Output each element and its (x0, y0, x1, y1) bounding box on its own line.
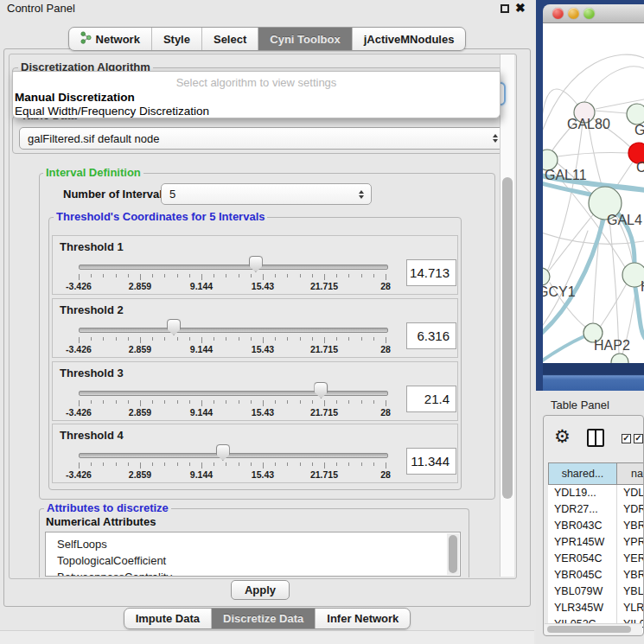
tick-mark (373, 337, 374, 341)
zoom-traffic-light-icon[interactable] (583, 8, 595, 19)
list-item[interactable]: BetweennessCentrality (46, 569, 460, 577)
network-node-ga[interactable] (627, 104, 644, 124)
bottom-tab-impute-data[interactable]: Impute Data (124, 609, 212, 628)
network-edge (601, 284, 627, 326)
table-row[interactable]: YDL19...YDL1 (548, 485, 644, 501)
tick-mark (287, 462, 288, 466)
network-canvas[interactable]: GAL80GACGAL11GAL4GCY1HHAP2 (543, 23, 644, 363)
tick-mark (312, 400, 313, 404)
tick-mark (177, 400, 178, 404)
gear-icon[interactable]: ⚙ (554, 427, 571, 445)
num-intervals-label: Number of Intervals (63, 188, 169, 201)
scale-label: 15.43 (237, 281, 289, 291)
column-header-shared-name[interactable]: shared... (548, 462, 617, 485)
list-item[interactable]: SelfLoops (46, 536, 460, 552)
scrollbar-thumb[interactable] (502, 177, 513, 499)
cell-name: YDR2 (617, 501, 644, 518)
cell-shared-name: YBR043C (548, 518, 617, 534)
threshold-value-field[interactable]: 21.4 (406, 386, 456, 412)
tick-mark (373, 274, 374, 277)
slider-thumb[interactable] (249, 256, 263, 272)
tick-mark (239, 274, 239, 277)
table-row[interactable]: YBR045CYBR0 (548, 567, 644, 583)
tick-mark (324, 274, 325, 280)
tick-mark (386, 400, 386, 406)
tick-mark (251, 462, 252, 466)
close-icon[interactable]: ✖ (515, 1, 526, 15)
table-row[interactable]: YBR043CYBR0 (548, 518, 644, 534)
bottom-tab-infer-network[interactable]: Infer Network (316, 609, 410, 628)
tick-mark (189, 462, 190, 466)
cell-shared-name: YDR27... (548, 501, 617, 518)
slider-track[interactable] (79, 391, 388, 396)
table-row[interactable]: YER054CYER0 (548, 551, 644, 567)
apply-button[interactable]: Apply (231, 580, 290, 600)
slider-track[interactable] (79, 453, 388, 458)
tick-mark (361, 462, 362, 466)
tick-mark (348, 462, 349, 466)
bottom-tab-discretize-data[interactable]: Discretize Data (212, 609, 316, 628)
close-traffic-light-icon[interactable] (552, 8, 564, 19)
network-edge (543, 336, 584, 361)
threshold-value-field[interactable]: 6.316 (406, 322, 456, 349)
tick-mark (312, 274, 313, 277)
slider-track[interactable] (79, 265, 388, 270)
table-row[interactable]: YPR145WYPR1 (548, 534, 644, 551)
tick-mark (275, 400, 276, 404)
tick-mark (91, 462, 92, 466)
tab-cyni-toolbox[interactable]: Cyni Toolbox (258, 28, 352, 50)
slider-thumb[interactable] (314, 382, 328, 399)
network-window-bottom-frame (543, 363, 644, 391)
table-row[interactable]: YDR27...YDR2 (548, 501, 644, 518)
minimize-traffic-light-icon[interactable] (568, 8, 579, 19)
slider-track[interactable] (79, 328, 388, 333)
panel-vertical-scrollbar[interactable] (500, 54, 514, 577)
tick-mark (251, 337, 252, 341)
tick-mark (226, 400, 226, 404)
column-header-name[interactable]: na (617, 462, 644, 485)
table-row[interactable]: YLR345WYLR3 (548, 600, 644, 616)
tick-mark (226, 274, 226, 277)
tick-mark (201, 462, 202, 469)
tick-mark (263, 274, 264, 280)
threshold-value-field[interactable]: 14.713 (406, 259, 456, 286)
dropdown-prompt[interactable]: Select algorithm to view settings (13, 72, 500, 89)
network-window-titlebar[interactable] (543, 4, 644, 23)
table-row[interactable]: YBL079WYBL0 (548, 583, 644, 600)
checked-box-icon[interactable]: ✓ (634, 434, 643, 443)
dropdown-option-manual[interactable]: Manual Discretization (13, 91, 500, 104)
threshold-value-field[interactable]: 11.344 (406, 448, 456, 475)
node-label: GAL80 (567, 117, 610, 131)
num-intervals-combobox[interactable]: 5 (161, 183, 372, 205)
network-node[interactable] (611, 354, 628, 363)
network-edge (595, 111, 627, 113)
slider-thumb[interactable] (216, 444, 230, 461)
tick-mark (348, 337, 349, 341)
list-item[interactable]: TopologicalCoefficient (46, 552, 460, 569)
numerical-attributes-list[interactable]: SelfLoopsTopologicalCoefficientBetweenne… (45, 532, 461, 577)
cell-name: YBR0 (617, 567, 644, 583)
table-data-combobox[interactable]: galFiltered.sif default node (19, 127, 506, 150)
tick-mark (152, 400, 153, 404)
tick-mark (79, 337, 80, 343)
float-icon[interactable] (501, 4, 509, 13)
scrollbar-thumb[interactable] (547, 626, 631, 633)
tick-mark (91, 400, 92, 404)
dropdown-option-equal-width[interactable]: Equal Width/Frequency Discretization (13, 105, 500, 118)
table-horizontal-scrollbar[interactable] (545, 623, 642, 634)
checked-box-icon[interactable]: ✓ (622, 434, 631, 443)
cell-shared-name: YLR345W (548, 600, 617, 616)
tick-mark (324, 337, 325, 343)
tick-mark (214, 337, 214, 341)
tab-select[interactable]: Select (202, 28, 258, 50)
tab-network[interactable]: Network (69, 28, 152, 50)
attributes-list-scrollbar[interactable] (447, 533, 459, 575)
tick-mark (164, 274, 165, 277)
tick-mark (128, 337, 129, 341)
tab-style[interactable]: Style (152, 28, 202, 50)
tab-jactivemnodules[interactable]: jActiveMNodules (353, 28, 466, 50)
tick-mark (103, 337, 104, 341)
tick-mark (214, 400, 214, 404)
columns-icon[interactable] (587, 429, 604, 447)
slider-thumb[interactable] (167, 319, 181, 335)
